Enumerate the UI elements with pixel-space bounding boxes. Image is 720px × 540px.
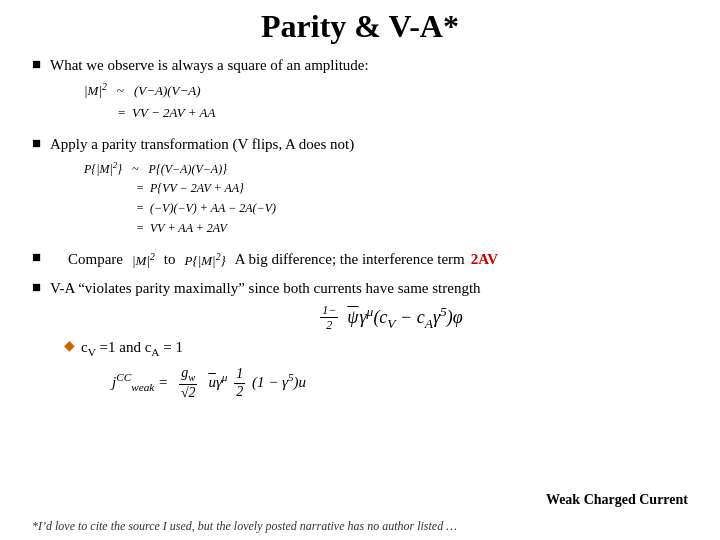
formula-1: |M|2 ~ (V−A)(V−A) = VV − 2AV + AA: [74, 79, 369, 125]
bullet-1-text: What we observe is always a square of an…: [50, 57, 369, 73]
compare-to: to: [164, 251, 176, 268]
compare-after: A big difference; the interference term: [235, 251, 465, 268]
bullet-4: ■ V-A “violates parity maximally” since …: [32, 278, 688, 299]
bullet-char-4: ■: [32, 279, 44, 296]
bullet-3: ■ Compare |M|2 to P{|M|2} A big differen…: [32, 248, 688, 274]
bullet-4-text: V-A “violates parity maximally” since bo…: [50, 278, 481, 299]
diamond-icon: ◆: [64, 337, 75, 354]
sub-bullet-cv-ca: ◆ cV =1 and cA = 1: [64, 337, 688, 361]
page: Parity & V-A* ■ What we observe is alway…: [0, 0, 720, 540]
compare-before: Compare: [68, 251, 123, 268]
bullet-1: ■ What we observe is always a square of …: [32, 55, 688, 130]
weak-charged-label: Weak Charged Current: [546, 492, 688, 508]
page-title: Parity & V-A*: [32, 8, 688, 45]
va-formula: 1− 2 ψγμ(cV − cAγ5)φ: [92, 303, 688, 333]
footnote-text: *I’d love to cite the source I used, but…: [32, 519, 457, 534]
cv-ca-text: cV =1 and cA = 1: [81, 337, 183, 361]
highlight-2av: 2AV: [471, 251, 498, 268]
title-text: Parity & V-A*: [261, 8, 459, 44]
compare-row: Compare |M|2 to P{|M|2} A big difference…: [68, 250, 498, 270]
bullet-char-1: ■: [32, 56, 44, 73]
bullet-char-3: ■: [32, 249, 44, 266]
bullet-2: ■ Apply a parity transformation (V flips…: [32, 134, 688, 244]
formula-2: P{|M|2} ~ P{(V−A)(V−A)} = P{VV − 2AV + A…: [74, 158, 354, 239]
bullet-char-2: ■: [32, 135, 44, 152]
jcc-formula: jCCweak = gw √2 uγμ 1 2 (1 − γ5)u: [112, 365, 688, 402]
bullet-2-text: Apply a parity transformation (V flips, …: [50, 136, 354, 152]
formula-m2: |M|2: [129, 250, 158, 270]
formula-pm2: P{|M|2}: [182, 250, 229, 270]
